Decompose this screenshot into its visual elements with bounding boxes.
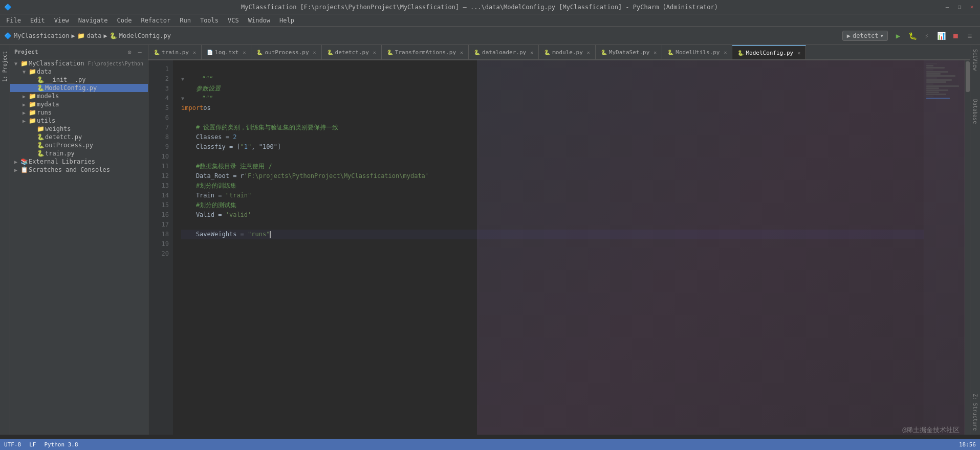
tree-icon-detetct: 🐍 <box>36 133 45 141</box>
tree-item-outprocess[interactable]: 🐍 outProcess.py <box>10 141 148 149</box>
sidebar-settings-icon[interactable]: ⚙ <box>125 48 134 56</box>
close-button[interactable]: ✕ <box>968 3 976 11</box>
menu-item-navigate[interactable]: Navigate <box>74 16 112 25</box>
tree-item-data[interactable]: ▼ 📁 data <box>10 68 148 76</box>
debug-button[interactable]: 🐛 <box>906 30 919 42</box>
more-button[interactable]: ≡ <box>964 30 976 42</box>
tree-item-modelconfig[interactable]: 🐍 ModelConfig.py <box>10 84 148 92</box>
tab-close-4[interactable]: ✕ <box>460 50 463 55</box>
tab-close-1[interactable]: ✕ <box>243 50 246 55</box>
tab-label-8: ModelUtils.py <box>676 49 720 56</box>
tree-item-models[interactable]: ▶ 📁 models <box>10 92 148 100</box>
tree-icon-models: 📁 <box>28 93 37 100</box>
tab-close-8[interactable]: ✕ <box>724 50 727 55</box>
menu-item-refactor[interactable]: Refactor <box>137 16 175 25</box>
editor-tab-ModelUtils-py[interactable]: 🐍 ModelUtils.py ✕ <box>662 45 732 59</box>
structure-tab[interactable]: Z: Structure <box>971 390 979 435</box>
tab-close-9[interactable]: ✕ <box>797 50 800 56</box>
editor-tab-outProcess-py[interactable]: 🐍 outProcess.py ✕ <box>251 45 321 59</box>
code-content[interactable]: ▼ """ 参数设置▼ """ import os # 设置你的类别，训练集与验… <box>173 60 924 435</box>
stop-button[interactable]: ⏹ <box>949 30 962 42</box>
toolbar-breadcrumb: 🔷 MyClassfication ▶ 📁 data ▶ 🐍 ModelConf… <box>4 32 171 39</box>
breadcrumb-data[interactable]: data <box>87 32 102 39</box>
tree-label-init: __init__.py <box>45 76 148 83</box>
tab-icon-5: 🐍 <box>474 50 480 55</box>
tab-label-2: outProcess.py <box>265 49 309 56</box>
menu-item-view[interactable]: View <box>50 16 73 25</box>
tree-label-data: data <box>37 68 148 75</box>
tree-item-utils[interactable]: ▶ 📁 utils <box>10 117 148 125</box>
vertical-scrollbar[interactable] <box>965 60 970 435</box>
breadcrumb-folder: 📁 <box>77 32 85 39</box>
code-line-2: ▼ """ <box>181 74 924 84</box>
minimize-button[interactable]: — <box>943 3 951 11</box>
menu-item-code[interactable]: Code <box>113 16 136 25</box>
scrollbar-thumb[interactable] <box>966 61 970 92</box>
menu-item-edit[interactable]: Edit <box>26 16 49 25</box>
breadcrumb-project[interactable]: MyClassfication <box>14 32 69 39</box>
tree-icon-ext-libs: 📚 <box>19 158 29 165</box>
run-button[interactable]: ▶ <box>892 30 904 42</box>
tab-close-5[interactable]: ✕ <box>530 50 533 55</box>
menu-item-vcs[interactable]: VCS <box>224 16 243 25</box>
tree-item-ext-libs[interactable]: ▶ 📚 External Libraries <box>10 158 148 166</box>
breadcrumb-file[interactable]: ModelConfig.py <box>119 32 171 39</box>
title-bar: 🔷 MyClassfication [F:\projects\PythonPro… <box>0 0 980 14</box>
editor-tab-module-py[interactable]: 🐍 module.py ✕ <box>539 45 596 59</box>
tab-close-2[interactable]: ✕ <box>313 50 316 55</box>
database-tab[interactable]: Database <box>971 95 979 128</box>
tree-icon-outprocess: 🐍 <box>36 142 45 149</box>
code-line-18: SaveWeights = "runs" <box>181 230 924 239</box>
line-num-12: 12 <box>148 171 169 181</box>
tree-item-scratches[interactable]: ▶ 📋 Scratches and Consoles <box>10 166 148 174</box>
tree-item-detetct[interactable]: 🐍 detetct.py <box>10 133 148 141</box>
menu-item-file[interactable]: File <box>2 16 25 25</box>
code-line-5: import os <box>181 103 924 113</box>
tree-item-train[interactable]: 🐍 train.py <box>10 149 148 158</box>
editor-tab-TransformAtions-py[interactable]: 🐍 TransformAtions.py ✕ <box>382 45 469 59</box>
tree-item-weights[interactable]: 📁 weights <box>10 125 148 133</box>
tab-icon-6: 🐍 <box>544 50 550 55</box>
menu-bar: FileEditViewNavigateCodeRefactorRunTools… <box>0 14 980 27</box>
line-num-11: 11 <box>148 162 169 171</box>
tab-close-3[interactable]: ✕ <box>373 50 376 55</box>
tab-close-0[interactable]: ✕ <box>193 50 196 55</box>
minimap <box>924 60 965 435</box>
editor-tab-train-py[interactable]: 🐍 train.py ✕ <box>148 45 202 59</box>
tree-item-mydata[interactable]: ▶ 📁 mydata <box>10 100 148 108</box>
tree-item-init[interactable]: 🐍 __init__.py <box>10 76 148 84</box>
project-tab[interactable]: 1: Project <box>1 47 9 86</box>
profile-button[interactable]: 📊 <box>935 30 947 42</box>
tree-item-root[interactable]: ▼ 📁 MyClassfication F:\projects\Python <box>10 59 148 68</box>
menu-item-tools[interactable]: Tools <box>196 16 223 25</box>
run-config-selector[interactable]: ▶ detetct ▼ <box>842 31 888 41</box>
code-editor[interactable]: 1234567891011121314151617181920 ▼ """ 参数… <box>148 60 970 435</box>
tree-arrow-scratches: ▶ <box>12 167 19 173</box>
fold-icon-2[interactable]: ▼ <box>181 74 184 84</box>
tab-close-6[interactable]: ✕ <box>587 50 590 55</box>
editor-tab-detetct-py[interactable]: 🐍 detetct.py ✕ <box>322 45 382 59</box>
code-line-20 <box>181 249 924 259</box>
tree-label-ext-libs: External Libraries <box>29 158 148 165</box>
tab-label-1: log.txt <box>215 49 238 56</box>
tree-label-outprocess: outProcess.py <box>45 142 148 149</box>
editor-tab-ModelConfig-py[interactable]: 🐍 ModelConfig.py ✕ <box>732 45 806 59</box>
tab-label-7: MyDataSet.py <box>609 49 649 56</box>
editor-tab-MyDataSet-py[interactable]: 🐍 MyDataSet.py ✕ <box>596 45 663 59</box>
tab-close-7[interactable]: ✕ <box>654 50 657 55</box>
editor-tab-dataloader-py[interactable]: 🐍 dataloader.py ✕ <box>469 45 539 59</box>
sidebar-collapse-icon[interactable]: — <box>136 48 144 56</box>
maximize-button[interactable]: ❐ <box>955 3 964 11</box>
fold-icon-4[interactable]: ▼ <box>181 94 184 103</box>
menu-item-window[interactable]: Window <box>244 16 274 25</box>
menu-item-help[interactable]: Help <box>275 16 298 25</box>
tab-icon-8: 🐍 <box>667 50 673 55</box>
menu-item-run[interactable]: Run <box>176 16 195 25</box>
tree-item-runs[interactable]: ▶ 📁 runs <box>10 108 148 117</box>
code-line-13: #划分的训练集 <box>181 181 924 191</box>
sciview-tab[interactable]: SciView <box>971 45 979 75</box>
line-num-4: 4 <box>148 94 169 103</box>
code-line-9: Classfiy = ["1", "100"] <box>181 142 924 152</box>
coverage-button[interactable]: ⚡ <box>921 30 933 42</box>
editor-tab-log-txt[interactable]: 📄 log.txt ✕ <box>202 45 251 59</box>
